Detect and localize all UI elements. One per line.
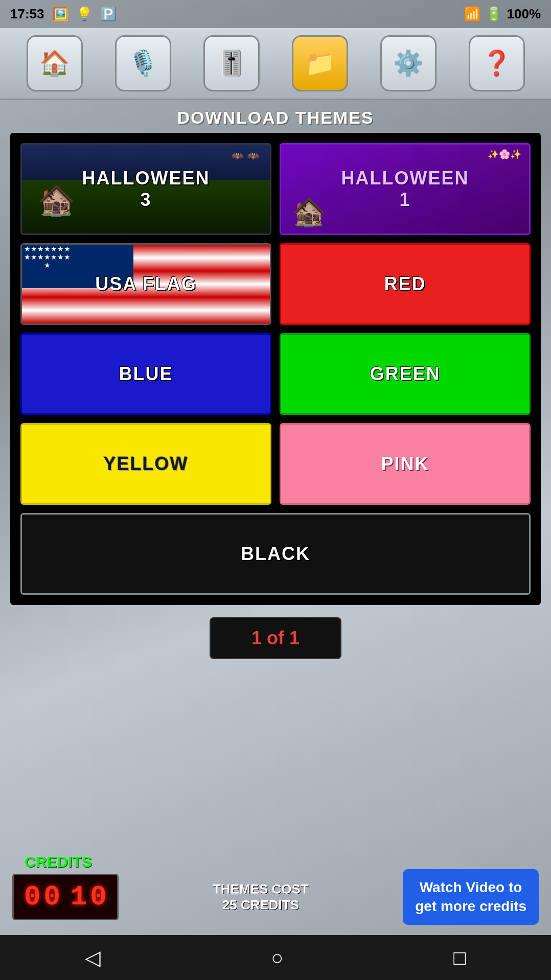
theme-card-green[interactable]: GREEN bbox=[280, 333, 531, 415]
theme-card-usaflag[interactable]: ★★★★★ ★★★★★ ★★★★★ USA FLAG bbox=[20, 243, 271, 325]
blue-label: BLUE bbox=[114, 358, 178, 390]
settings-button[interactable]: ⚙️ bbox=[380, 35, 437, 91]
back-button[interactable]: ◁ bbox=[85, 946, 101, 969]
help-button[interactable]: ❓ bbox=[469, 35, 525, 91]
back-icon: ◁ bbox=[85, 946, 101, 969]
credits-digit-val2: 0 bbox=[90, 881, 106, 913]
recent-icon: □ bbox=[453, 946, 466, 969]
theme-card-blue[interactable]: BLUE bbox=[20, 333, 271, 415]
mic-button[interactable]: 🎙️ bbox=[115, 35, 171, 91]
flag-stars: ★★★★★ ★★★★★ ★★★★★ bbox=[22, 245, 72, 269]
usaflag-label: USA FLAG bbox=[90, 268, 202, 300]
image-icon: 🖼️ bbox=[52, 6, 68, 22]
theme-card-black[interactable]: BLACK bbox=[20, 513, 531, 595]
pagination-display: 1 of 1 bbox=[210, 617, 341, 659]
red-label: RED bbox=[379, 268, 431, 300]
home-nav-button[interactable]: ○ bbox=[271, 946, 283, 969]
status-right: 📶 🔋 100% bbox=[464, 6, 541, 22]
credits-display: 0 0 1 0 bbox=[12, 874, 119, 920]
credits-cost-text: THEMES COST25 CREDITS bbox=[129, 881, 393, 913]
credits-digit-tens: 0 bbox=[24, 881, 40, 913]
theme-card-yellow[interactable]: YELLOW bbox=[20, 423, 271, 505]
toolbar: 🏠 🎙️ 🎚️ 📁 ⚙️ ❓ bbox=[0, 28, 551, 100]
status-bar: 17:53 🖼️ 💡 🅿️ 📶 🔋 100% bbox=[0, 0, 551, 28]
theme-card-pink[interactable]: PINK bbox=[280, 423, 531, 505]
battery-icon: 🔋 bbox=[486, 6, 502, 22]
notification-icon: 💡 bbox=[76, 6, 93, 22]
battery-percent: 100% bbox=[507, 6, 541, 22]
themes-grid: 🏚️ 🦇 🦇 HALLOWEEN3 🏚️ ✨🌸✨ HALLOWEEN1 ★★★★… bbox=[20, 143, 531, 595]
home-button[interactable]: 🏠 bbox=[27, 35, 83, 91]
status-left: 17:53 🖼️ 💡 🅿️ bbox=[10, 6, 117, 22]
yellow-label: YELLOW bbox=[99, 448, 194, 480]
pink-label: PINK bbox=[376, 448, 434, 480]
wifi-icon: 📶 bbox=[464, 6, 480, 22]
halloween1-label: HALLOWEEN1 bbox=[336, 162, 474, 216]
green-label: GREEN bbox=[364, 358, 445, 390]
halloween3-label: HALLOWEEN3 bbox=[77, 162, 215, 216]
theme-card-halloween1[interactable]: 🏚️ ✨🌸✨ HALLOWEEN1 bbox=[280, 143, 531, 235]
theme-card-halloween3[interactable]: 🏚️ 🦇 🦇 HALLOWEEN3 bbox=[20, 143, 271, 235]
bottom-nav: ◁ ○ □ bbox=[0, 935, 551, 980]
themes-container: 🏚️ 🦇 🦇 HALLOWEEN3 🏚️ ✨🌸✨ HALLOWEEN1 ★★★★… bbox=[10, 133, 541, 605]
home-nav-icon: ○ bbox=[271, 946, 283, 969]
credits-section: CREDITS 0 0 1 0 THEMES COST25 CREDITS Wa… bbox=[0, 839, 551, 934]
recent-button[interactable]: □ bbox=[453, 946, 466, 969]
credits-digit-val1: 1 bbox=[71, 881, 87, 913]
page-title: DOWNLOAD THEMES bbox=[0, 100, 551, 133]
theme-card-red[interactable]: RED bbox=[280, 243, 531, 325]
time-display: 17:53 bbox=[10, 6, 44, 22]
credits-label: CREDITS bbox=[25, 853, 92, 871]
folder-button[interactable]: 📁 bbox=[292, 35, 348, 91]
watch-video-button[interactable]: Watch Video toget more credits bbox=[403, 869, 539, 925]
black-label: BLACK bbox=[236, 538, 315, 570]
credits-digit-ones: 0 bbox=[43, 881, 60, 913]
parking-icon: 🅿️ bbox=[100, 6, 117, 22]
mixer-button[interactable]: 🎚️ bbox=[203, 35, 260, 91]
pagination: 1 of 1 bbox=[10, 617, 541, 659]
